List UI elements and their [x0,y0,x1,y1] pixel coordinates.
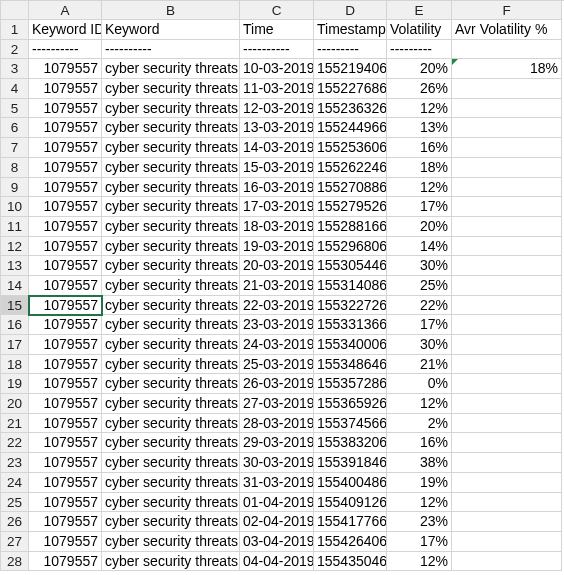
cell-F4[interactable] [452,79,562,99]
cell-B12[interactable]: cyber security threats [102,237,240,257]
cell-E26[interactable]: 23% [387,512,452,532]
cell-F2[interactable] [452,40,562,60]
cell-E8[interactable]: 18% [387,158,452,178]
cell-F6[interactable] [452,118,562,138]
cell-A22[interactable]: 1079557 [29,433,102,453]
cell-E24[interactable]: 19% [387,473,452,493]
cell-D2[interactable]: --------- [314,40,387,60]
cell-B28[interactable]: cyber security threats [102,552,240,572]
cell-A1[interactable]: Keyword ID [29,20,102,40]
cell-C16[interactable]: 23-03-2019 [240,315,314,335]
cell-F23[interactable] [452,453,562,473]
cell-F19[interactable] [452,374,562,394]
cell-E6[interactable]: 13% [387,118,452,138]
row-header-25[interactable]: 25 [1,493,29,513]
row-header-4[interactable]: 4 [1,79,29,99]
cell-F3[interactable]: 18% [452,59,562,79]
cell-A8[interactable]: 1079557 [29,158,102,178]
cell-C9[interactable]: 16-03-2019 [240,178,314,198]
cell-E14[interactable]: 25% [387,276,452,296]
cell-A7[interactable]: 1079557 [29,138,102,158]
cell-D27[interactable]: 1554264060 [314,532,387,552]
cell-B6[interactable]: cyber security threats [102,118,240,138]
cell-B18[interactable]: cyber security threats [102,355,240,375]
row-header-5[interactable]: 5 [1,99,29,119]
row-header-12[interactable]: 12 [1,237,29,257]
cell-D13[interactable]: 1553054460 [314,256,387,276]
row-header-10[interactable]: 10 [1,197,29,217]
row-header-19[interactable]: 19 [1,374,29,394]
cell-D11[interactable]: 1552881660 [314,217,387,237]
cell-D25[interactable]: 1554091260 [314,493,387,513]
col-header-A[interactable]: A [29,1,102,20]
cell-B25[interactable]: cyber security threats [102,493,240,513]
cell-E20[interactable]: 12% [387,394,452,414]
cell-E3[interactable]: 20% [387,59,452,79]
cell-C24[interactable]: 31-03-2019 [240,473,314,493]
row-header-24[interactable]: 24 [1,473,29,493]
cell-A24[interactable]: 1079557 [29,473,102,493]
cell-F25[interactable] [452,493,562,513]
cell-A19[interactable]: 1079557 [29,374,102,394]
row-header-16[interactable]: 16 [1,315,29,335]
cell-C21[interactable]: 28-03-2019 [240,414,314,434]
cell-F7[interactable] [452,138,562,158]
col-header-D[interactable]: D [314,1,387,20]
cell-B27[interactable]: cyber security threats [102,532,240,552]
cell-B21[interactable]: cyber security threats [102,414,240,434]
cell-E2[interactable]: --------- [387,40,452,60]
cell-B5[interactable]: cyber security threats [102,99,240,119]
cell-D22[interactable]: 1553832060 [314,433,387,453]
cell-C11[interactable]: 18-03-2019 [240,217,314,237]
cell-A23[interactable]: 1079557 [29,453,102,473]
cell-E12[interactable]: 14% [387,237,452,257]
row-header-14[interactable]: 14 [1,276,29,296]
cell-E1[interactable]: Volatility [387,20,452,40]
cell-C5[interactable]: 12-03-2019 [240,99,314,119]
cell-D15[interactable]: 1553227260 [314,296,387,316]
cell-E25[interactable]: 12% [387,493,452,513]
cell-E17[interactable]: 30% [387,335,452,355]
cell-C15[interactable]: 22-03-2019 [240,296,314,316]
cell-A25[interactable]: 1079557 [29,493,102,513]
row-header-17[interactable]: 17 [1,335,29,355]
cell-A4[interactable]: 1079557 [29,79,102,99]
cell-D20[interactable]: 1553659260 [314,394,387,414]
cell-F14[interactable] [452,276,562,296]
cell-A13[interactable]: 1079557 [29,256,102,276]
cell-E28[interactable]: 12% [387,552,452,572]
cell-A12[interactable]: 1079557 [29,237,102,257]
row-header-28[interactable]: 28 [1,552,29,572]
cell-C6[interactable]: 13-03-2019 [240,118,314,138]
cell-E27[interactable]: 17% [387,532,452,552]
cell-F28[interactable] [452,552,562,572]
cell-F11[interactable] [452,217,562,237]
cell-C23[interactable]: 30-03-2019 [240,453,314,473]
cell-A3[interactable]: 1079557 [29,59,102,79]
cell-F16[interactable] [452,315,562,335]
cell-F22[interactable] [452,433,562,453]
cell-D6[interactable]: 1552449660 [314,118,387,138]
cell-B17[interactable]: cyber security threats [102,335,240,355]
cell-E11[interactable]: 20% [387,217,452,237]
cell-B19[interactable]: cyber security threats [102,374,240,394]
cell-A27[interactable]: 1079557 [29,532,102,552]
cell-F9[interactable] [452,178,562,198]
cell-C18[interactable]: 25-03-2019 [240,355,314,375]
cell-B23[interactable]: cyber security threats [102,453,240,473]
cell-A26[interactable]: 1079557 [29,512,102,532]
cell-C8[interactable]: 15-03-2019 [240,158,314,178]
row-header-8[interactable]: 8 [1,158,29,178]
cell-F24[interactable] [452,473,562,493]
cell-A10[interactable]: 1079557 [29,197,102,217]
cell-D5[interactable]: 1552363260 [314,99,387,119]
cell-B16[interactable]: cyber security threats [102,315,240,335]
cell-A17[interactable]: 1079557 [29,335,102,355]
row-header-27[interactable]: 27 [1,532,29,552]
cell-C10[interactable]: 17-03-2019 [240,197,314,217]
cell-C3[interactable]: 10-03-2019 [240,59,314,79]
cell-E9[interactable]: 12% [387,178,452,198]
cell-C13[interactable]: 20-03-2019 [240,256,314,276]
cell-D19[interactable]: 1553572860 [314,374,387,394]
cell-D26[interactable]: 1554177660 [314,512,387,532]
